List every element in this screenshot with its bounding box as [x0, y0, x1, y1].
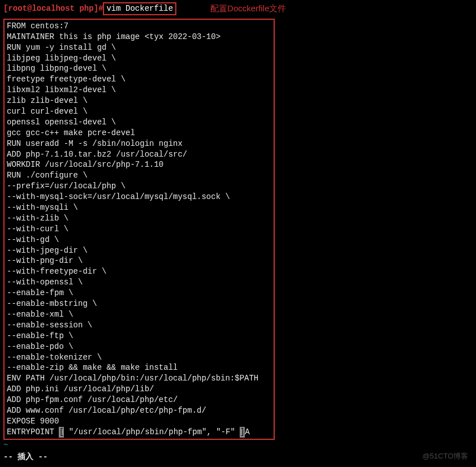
file-content: FROM centos:7MAINTAINER this is php imag… — [7, 21, 271, 427]
file-line: MAINTAINER this is php image <tyx 2022-0… — [7, 32, 271, 42]
file-line: RUN useradd -M -s /sbin/nologin nginx — [7, 139, 271, 149]
file-line: WORKDIR /usr/local/src/php-7.1.10 — [7, 159, 271, 170]
file-line: --with-openssl \ — [7, 277, 271, 288]
file-line: ADD php-fpm.conf /usr/local/php/etc/ — [7, 395, 271, 405]
file-line: libxml2 libxml2-devel \ — [7, 85, 271, 96]
file-line: --with-zlib \ — [7, 213, 271, 224]
file-line: EXPOSE 9000 — [7, 416, 271, 427]
prompt-line: [root@localhost php] # vim Dockerfile 配置… — [3, 2, 473, 15]
file-line: curl curl-devel \ — [7, 106, 271, 117]
prompt-hash: # — [98, 3, 103, 14]
file-line: --enable-pdo \ — [7, 341, 271, 352]
file-line: FROM centos:7 — [7, 21, 271, 32]
file-line: --with-mysql-sock=/usr/local/mysql/mysql… — [7, 192, 271, 202]
file-line: --enable-tokenizer \ — [7, 352, 271, 363]
cursor-close: ] — [240, 427, 245, 438]
prompt-user-host: [root@localhost php] — [3, 3, 98, 14]
file-line: --enable-fpm \ — [7, 288, 271, 299]
file-line: --enable-xml \ — [7, 309, 271, 320]
file-line: openssl openssl-devel \ — [7, 117, 271, 128]
watermark: @51CTO博客 — [422, 451, 468, 461]
file-line: ADD php.ini /usr/local/php/lib/ — [7, 384, 271, 395]
file-line: libpng libpng-devel \ — [7, 63, 271, 74]
entrypoint-line: ENTRYPOINT [ "/usr/local/php/sbin/php-fp… — [7, 427, 271, 438]
file-line: ADD www.conf /usr/local/php/etc/php-fpm.… — [7, 405, 271, 416]
file-line: --enable-session \ — [7, 320, 271, 331]
file-line: --with-freetype-dir \ — [7, 266, 271, 277]
file-line: --with-jpeg-dir \ — [7, 245, 271, 256]
vim-tilde: ~ — [3, 440, 473, 451]
file-line: libjpeg libjpeg-devel \ — [7, 53, 271, 64]
command-highlight-box: vim Dockerfile — [103, 2, 176, 15]
editor-highlight-box: FROM centos:7MAINTAINER this is php imag… — [3, 19, 275, 440]
file-line: zlib zlib-devel \ — [7, 96, 271, 106]
file-line: --enable-mbstring \ — [7, 299, 271, 309]
file-line: RUN yum -y install gd \ — [7, 42, 271, 53]
file-line: --with-png-dir \ — [7, 256, 271, 266]
file-line: --with-mysqli \ — [7, 202, 271, 213]
terminal-window[interactable]: [root@localhost php] # vim Dockerfile 配置… — [0, 0, 476, 464]
annotation-label: 配置Docckerfile文件 — [210, 3, 286, 14]
file-line: freetype freetype-devel \ — [7, 74, 271, 85]
file-line: RUN ./configure \ — [7, 170, 271, 181]
file-line: --with-curl \ — [7, 224, 271, 235]
file-line: --enable-ftp \ — [7, 331, 271, 341]
file-line: --enable-zip && make && make install — [7, 362, 271, 373]
file-line: --prefix=/usr/local/php \ — [7, 181, 271, 192]
command-text: vim Dockerfile — [106, 4, 173, 13]
file-line: gcc gcc-c++ make pcre-devel — [7, 128, 271, 139]
vim-mode-line: -- 插入 -- — [3, 452, 473, 462]
file-line: --with-gd \ — [7, 235, 271, 245]
file-line: ADD php-7.1.10.tar.bz2 /usr/local/src/ — [7, 149, 271, 160]
file-line: ENV PATH /usr/local/php/bin:/usr/local/p… — [7, 373, 271, 384]
